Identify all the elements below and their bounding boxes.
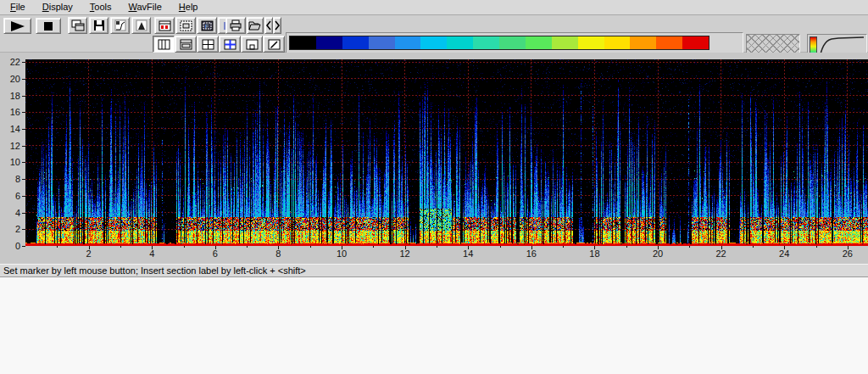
svg-text:F: F [205,24,209,30]
time-axis-label: 4 [142,248,162,259]
zoom-selection-button[interactable]: F [197,17,217,34]
freq-axis-label: 4 [2,208,20,218]
time-axis-tick [784,246,785,249]
edit-pencil-icon [268,39,281,50]
time-axis-tick [152,246,153,249]
menu-item-help[interactable]: Help [172,0,205,14]
freq-axis-tick [22,129,25,130]
scale-curve-button[interactable] [110,17,130,34]
freq-axis-tick [22,112,25,113]
angle-left-icon [265,20,272,31]
freq-axis-tick [22,146,25,147]
stop-button[interactable] [36,18,61,34]
time-axis-tick [594,246,595,249]
time-axis-tick [373,246,374,248]
freq-axis-label: 20 [2,74,20,84]
duplicate-display-button[interactable] [68,17,87,34]
spectrogram-window-button[interactable] [154,17,175,34]
grid-cross-button[interactable] [197,36,219,53]
color-scale-segment [395,36,421,49]
next-button[interactable] [273,17,281,34]
freq-axis-label: 8 [2,174,20,184]
time-axis-label: 22 [711,248,732,259]
time-axis-tick [120,246,121,248]
save-button[interactable] [89,17,108,34]
time-axis-tick [215,246,216,249]
time-axis-tick [848,246,849,249]
grid-vertical-icon [158,39,170,50]
freq-axis-tick [22,62,25,63]
folder-open-icon [248,20,262,31]
menu-item-file[interactable]: File [3,0,32,14]
spectrum-peak-button[interactable] [131,17,151,34]
grid-cross-icon [202,39,214,50]
windows-copy-icon [71,20,85,31]
color-scale-segment [447,36,473,49]
color-scale-segment [526,36,552,49]
time-axis-label: 26 [837,248,858,259]
grid-vertical-button[interactable] [153,36,175,53]
time-axis-tick [531,246,532,249]
time-axis-tick [626,246,627,248]
time-axis-label: 16 [521,248,542,259]
time-axis-tick [500,246,501,248]
time-axis-tick [563,246,564,248]
color-scale-segment [473,36,499,49]
color-scale-segment [290,36,316,49]
time-axis-tick [57,246,58,248]
floppy-icon [93,20,105,31]
prev-button[interactable] [264,17,273,34]
play-button[interactable] [3,18,31,34]
freq-axis-tick [22,179,25,180]
time-axis-tick [658,246,659,249]
print-button[interactable] [225,17,246,34]
time-axis-tick [184,246,185,248]
db-color-scale [289,36,709,50]
time-axis-tick [278,246,279,249]
time-axis-label: 6 [205,248,225,259]
printer-icon [229,20,242,31]
menu-item-display[interactable]: Display [36,0,80,14]
freq-axis-label: 16 [2,107,20,117]
time-axis-label: 12 [395,248,415,259]
freq-axis-tick [22,162,25,163]
time-axis-label: 20 [648,248,668,259]
play-icon [8,20,28,32]
scroll-display-button[interactable] [175,17,196,34]
menu-item-wavfile[interactable]: WavFile [122,0,169,14]
angle-right-icon [274,20,281,31]
freq-axis-label: 10 [2,157,20,167]
time-axis-tick [753,246,754,248]
freq-axis-tick [22,213,25,214]
color-scale-segment [369,36,395,49]
time-axis-label: 18 [584,248,604,259]
status-bar: Set marker by left mouse button; Insert … [0,264,868,277]
freq-axis-tick [22,196,25,197]
color-scale-segment [604,36,631,49]
curve-icon [114,20,126,31]
time-axis-tick [468,246,469,249]
color-scale-segment [499,36,526,49]
window-red-icon [159,20,171,31]
menu-item-tools[interactable]: Tools [83,0,119,14]
open-file-button[interactable] [247,17,264,34]
freq-axis-tick [22,246,25,247]
grid-cross-blue-icon [224,39,236,50]
marker-window-button[interactable] [241,36,263,53]
time-axis-tick [405,246,406,249]
time-axis-label: 2 [79,248,99,259]
grid-horizontal-icon [180,39,192,50]
color-scale-segment [552,36,578,49]
freq-axis-label: 12 [2,141,20,151]
spectrogram-canvas[interactable] [25,59,868,246]
spectrogram-app-window: FileDisplayToolsWavFileHelp N=512 F=100 … [0,0,868,374]
color-scale-segment [578,36,604,49]
grid-horizontal-button[interactable] [175,36,197,53]
freq-axis-label: 22 [2,57,20,67]
window-marker-icon [246,39,259,50]
color-scale-segment [420,36,447,49]
edit-label-button[interactable] [263,36,285,53]
color-scale-segment [342,36,369,49]
desktop-background [0,278,868,374]
grid-cross-blue-button[interactable] [219,36,241,53]
